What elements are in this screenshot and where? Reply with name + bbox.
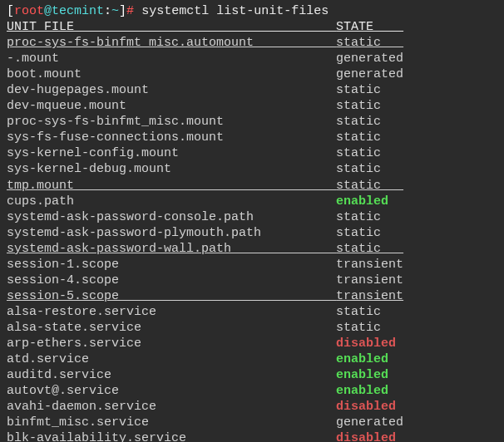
unit-file-name: auditd.service (7, 368, 336, 382)
unit-file-state: static (336, 162, 403, 176)
table-row: avahi-daemon.service disabled (7, 399, 497, 415)
table-row: proc-sys-fs-binfmt_misc.mount static (7, 114, 497, 130)
table-row: proc-sys-fs-binfmt_misc.automount static (7, 35, 497, 51)
table-header: UNIT FILE STATE (7, 19, 497, 35)
unit-file-state: enabled (336, 194, 403, 209)
unit-file-state: static (336, 130, 403, 145)
unit-file-state: disabled (336, 336, 403, 351)
unit-file-name: sys-kernel-config.mount (7, 146, 336, 160)
prompt-command: systemctl list-unit-files (141, 4, 329, 18)
unit-file-name: sys-kernel-debug.mount (7, 162, 336, 176)
unit-file-state: enabled (336, 384, 403, 398)
table-row: alsa-state.service static (7, 320, 497, 336)
unit-file-name: proc-sys-fs-binfmt_misc.mount (7, 115, 336, 129)
unit-file-name: tmp.mount (7, 179, 336, 193)
unit-file-state: static (336, 321, 403, 335)
prompt-host: tecmint (52, 4, 104, 18)
unit-file-name: session-1.scope (7, 258, 336, 272)
prompt-at: @ (44, 4, 52, 18)
unit-file-state: static (336, 210, 403, 224)
prompt-close: ] (119, 4, 126, 18)
unit-file-name: blk-availability.service (7, 431, 336, 442)
unit-file-name: dev-mqueue.mount (7, 99, 336, 113)
prompt-user: root (14, 4, 44, 18)
unit-file-state: static (336, 36, 403, 50)
unit-file-name: session-5.scope (7, 289, 336, 303)
prompt-colon: : (104, 4, 111, 18)
table-row: autovt@.service enabled (7, 383, 497, 399)
unit-files-list: proc-sys-fs-binfmt_misc.automount static… (7, 35, 497, 442)
header-unit-file: UNIT FILE (7, 20, 336, 34)
unit-file-state: transient (336, 258, 403, 272)
table-row: session-4.scope transient (7, 273, 497, 288)
unit-file-name: binfmt_misc.service (7, 415, 336, 430)
unit-file-name: boot.mount (7, 67, 336, 81)
prompt-hash: # (126, 4, 141, 18)
unit-file-state: static (336, 226, 403, 240)
table-row: sys-fs-fuse-connections.mount static (7, 130, 497, 145)
unit-file-state: static (336, 242, 403, 256)
unit-file-state: static (336, 83, 403, 97)
unit-file-name: avahi-daemon.service (7, 400, 336, 414)
unit-file-name: systemd-ask-password-plymouth.path (7, 226, 336, 240)
unit-file-state: disabled (336, 431, 403, 442)
unit-file-name: autovt@.service (7, 384, 336, 398)
table-row: session-5.scope transient (7, 288, 497, 304)
unit-file-name: session-4.scope (7, 273, 336, 287)
unit-file-state: disabled (336, 400, 403, 414)
unit-file-name: systemd-ask-password-wall.path (7, 242, 336, 256)
table-row: auditd.service enabled (7, 367, 497, 383)
unit-file-name: proc-sys-fs-binfmt_misc.automount (7, 36, 336, 50)
unit-file-name: systemd-ask-password-console.path (7, 210, 336, 224)
unit-file-name: cups.path (7, 194, 336, 209)
table-row: -.mount generated (7, 51, 497, 66)
prompt-open: [ (7, 4, 14, 18)
unit-file-name: sys-fs-fuse-connections.mount (7, 130, 336, 145)
unit-file-state: generated (336, 415, 403, 430)
table-row: alsa-restore.service static (7, 304, 497, 320)
table-row: atd.service enabled (7, 351, 497, 367)
unit-file-state: enabled (336, 352, 403, 366)
table-row: systemd-ask-password-console.path static (7, 209, 497, 225)
header-state: STATE (336, 20, 403, 34)
unit-file-name: -.mount (7, 52, 336, 66)
unit-file-state: transient (336, 273, 403, 287)
unit-file-name: atd.service (7, 352, 336, 366)
table-row: cups.path enabled (7, 194, 497, 209)
unit-file-state: static (336, 115, 403, 129)
table-row: tmp.mount static (7, 178, 497, 194)
shell-prompt-line[interactable]: [root@tecmint:~]# systemctl list-unit-fi… (7, 3, 497, 19)
table-row: arp-ethers.service disabled (7, 336, 497, 351)
unit-file-state: generated (336, 67, 403, 81)
unit-file-state: enabled (336, 368, 403, 382)
unit-file-name: alsa-restore.service (7, 305, 336, 319)
unit-file-name: alsa-state.service (7, 321, 336, 335)
unit-file-name: dev-hugepages.mount (7, 83, 336, 97)
table-row: boot.mount generated (7, 66, 497, 82)
unit-file-state: static (336, 305, 403, 319)
table-row: systemd-ask-password-wall.path static (7, 241, 497, 257)
table-row: session-1.scope transient (7, 257, 497, 273)
unit-file-state: static (336, 179, 403, 193)
table-row: sys-kernel-debug.mount static (7, 161, 497, 177)
table-row: dev-mqueue.mount static (7, 98, 497, 114)
table-row: systemd-ask-password-plymouth.path stati… (7, 225, 497, 241)
table-row: binfmt_misc.service generated (7, 415, 497, 430)
unit-file-state: static (336, 99, 403, 113)
prompt-path: ~ (111, 4, 119, 18)
table-row: sys-kernel-config.mount static (7, 145, 497, 161)
unit-file-state: static (336, 146, 403, 160)
unit-file-state: generated (336, 52, 403, 66)
table-row: blk-availability.service disabled (7, 430, 497, 442)
table-row: dev-hugepages.mount static (7, 82, 497, 98)
unit-file-name: arp-ethers.service (7, 336, 336, 351)
unit-file-state: transient (336, 289, 403, 303)
